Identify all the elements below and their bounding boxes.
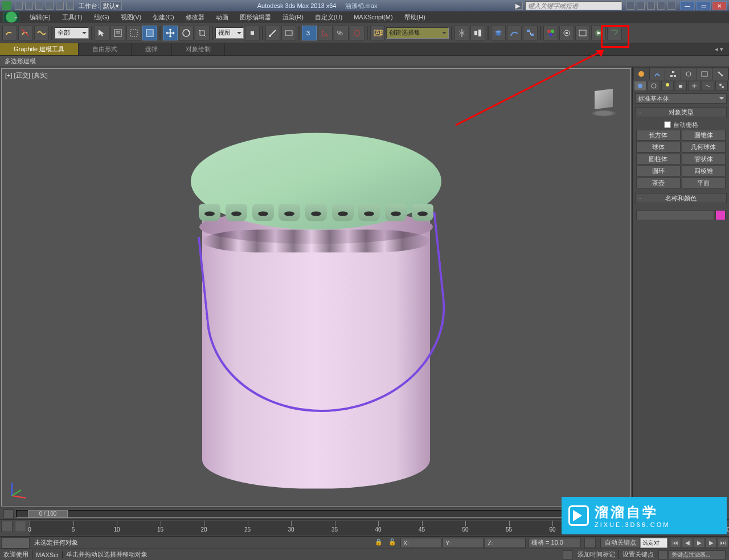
angle-snap-icon[interactable] (318, 26, 333, 40)
coord-y[interactable]: Y: (443, 538, 484, 548)
cp-tab-modify-icon[interactable] (650, 68, 665, 80)
window-crossing-icon[interactable] (142, 26, 157, 40)
menu-maxscript[interactable]: MAXScript(M) (348, 11, 398, 23)
rollout-object-type[interactable]: 对象类型 (635, 107, 727, 117)
play-icon[interactable]: ▶ (694, 538, 705, 548)
menu-create[interactable]: 创建(C) (147, 11, 179, 23)
timetag-icon[interactable] (563, 550, 573, 559)
primitive-pyramid[interactable]: 四棱锥 (682, 166, 726, 176)
align-icon[interactable] (470, 26, 485, 40)
link-icon[interactable] (2, 26, 17, 40)
autokey-button[interactable]: 自动关键点 (600, 538, 640, 548)
primitive-box[interactable]: 长方体 (636, 130, 681, 141)
render-production-icon[interactable] (591, 26, 606, 40)
qat-open-icon[interactable] (25, 2, 33, 10)
timeline-cfg-icon[interactable] (1, 521, 13, 532)
next-frame-icon[interactable]: ▶ (706, 538, 717, 548)
named-selection-combo[interactable]: 创建选择集 (386, 27, 449, 39)
menu-edit[interactable]: 编辑(E) (24, 11, 56, 23)
application-button[interactable] (3, 12, 19, 22)
keymode-icon[interactable] (658, 550, 667, 559)
minimize-button[interactable]: — (680, 1, 695, 10)
select-and-scale-icon[interactable] (195, 26, 210, 40)
reference-coord-combo[interactable]: 视图 (215, 27, 244, 39)
wrench-icon[interactable] (637, 2, 645, 10)
unlink-icon[interactable] (18, 26, 33, 40)
rollout-name-color[interactable]: 名称和颜色 (635, 193, 727, 203)
cat-spacewarps-icon[interactable] (702, 81, 714, 91)
menu-group[interactable]: 组(G) (88, 11, 115, 23)
set-key-button[interactable]: 设置关键点 (619, 550, 657, 559)
cat-systems-icon[interactable] (715, 81, 728, 91)
select-and-move-icon[interactable] (163, 26, 178, 40)
edit-named-selection-icon[interactable]: AB (370, 26, 385, 40)
qat-redo-icon[interactable] (56, 2, 64, 10)
close-button[interactable]: ✕ (712, 1, 727, 10)
timeslider-thumb[interactable]: 0 / 100 (28, 510, 68, 518)
object-color-swatch[interactable] (715, 210, 726, 220)
qat-project-icon[interactable] (66, 2, 74, 10)
keyboard-shortcut-toggle-icon[interactable] (281, 26, 296, 40)
primitive-sphere[interactable]: 球体 (636, 142, 681, 153)
goto-end-icon[interactable]: ⏭ (718, 538, 729, 548)
primitive-torus[interactable]: 圆环 (636, 166, 681, 176)
cat-helpers-icon[interactable] (688, 81, 701, 91)
help-icon[interactable] (667, 2, 675, 10)
ribbon-collapse-icon[interactable]: ◂ ▾ (225, 43, 729, 55)
add-timetag[interactable]: 添加时间标记 (574, 550, 619, 559)
menu-help[interactable]: 帮助(H) (399, 11, 431, 23)
render-iterative-icon[interactable] (607, 26, 622, 40)
menu-views[interactable]: 视图(V) (115, 11, 148, 23)
cp-tab-utilities-icon[interactable] (712, 68, 728, 80)
lock-transform-icon[interactable]: 🔓 (388, 538, 398, 547)
menu-grapheditors[interactable]: 图形编辑器 (234, 11, 277, 23)
cat-geometry-icon[interactable] (634, 81, 646, 91)
ribbon-tab-objectpaint[interactable]: 对象绘制 (172, 43, 225, 55)
percent-snap-icon[interactable]: % (334, 26, 349, 40)
primitive-cone[interactable]: 圆锥体 (682, 130, 726, 141)
exchange-icon[interactable] (647, 2, 655, 10)
workspace-combo[interactable]: 默认 ▾ (100, 1, 122, 10)
use-pivot-center-icon[interactable] (245, 26, 260, 40)
ribbon-tab-selection[interactable]: 选择 (132, 43, 172, 55)
cp-tab-create-icon[interactable] (634, 68, 649, 80)
infocenter-play-icon[interactable]: ▶ (515, 2, 523, 10)
search-input[interactable] (525, 1, 622, 10)
isolate-icon[interactable] (584, 538, 596, 548)
layer-manager-icon[interactable] (491, 26, 506, 40)
maxscript-label[interactable]: MAXScr (32, 551, 63, 558)
primitive-cylinder[interactable]: 圆柱体 (636, 154, 681, 164)
cp-tab-motion-icon[interactable] (681, 68, 697, 80)
qat-new-icon[interactable] (15, 2, 23, 10)
select-by-name-icon[interactable] (110, 26, 125, 40)
maximize-button[interactable]: ▭ (696, 1, 711, 10)
binoculars-icon[interactable] (626, 2, 634, 10)
cp-tab-hierarchy-icon[interactable] (665, 68, 681, 80)
curve-editor-icon[interactable] (507, 26, 522, 40)
selection-lock-combo[interactable]: 选定对 (640, 538, 667, 548)
timeline-key-icon[interactable] (15, 521, 26, 532)
menu-modifiers[interactable]: 修改器 (180, 11, 210, 23)
menu-rendering[interactable]: 渲染(R) (277, 11, 309, 23)
ribbon-tab-graphite[interactable]: Graphite 建模工具 (0, 43, 79, 55)
cp-tab-display-icon[interactable] (697, 68, 712, 80)
menu-customize[interactable]: 自定义(U) (309, 11, 348, 23)
coord-z[interactable]: Z: (485, 538, 526, 548)
key-filters-combo[interactable]: 关键点过滤器... (669, 550, 726, 559)
spinner-snap-icon[interactable] (350, 26, 364, 40)
primitive-teapot[interactable]: 茶壶 (636, 178, 681, 188)
select-and-rotate-icon[interactable] (179, 26, 194, 40)
menu-tools[interactable]: 工具(T) (56, 11, 88, 23)
prev-frame-icon[interactable]: ◀ (682, 538, 693, 548)
star-icon[interactable] (657, 2, 665, 10)
goto-start-icon[interactable]: ⏮ (670, 538, 681, 548)
object-name-input[interactable] (636, 210, 714, 220)
snaps-toggle-icon[interactable]: 3 (302, 26, 317, 40)
cat-shapes-icon[interactable] (648, 81, 660, 91)
qat-save-icon[interactable] (35, 2, 43, 10)
autogrid-checkbox[interactable] (664, 121, 671, 128)
select-and-manipulate-icon[interactable] (265, 26, 280, 40)
coord-x[interactable]: X: (400, 538, 441, 548)
qat-undo-icon[interactable] (46, 2, 54, 10)
cat-lights-icon[interactable] (661, 81, 674, 91)
